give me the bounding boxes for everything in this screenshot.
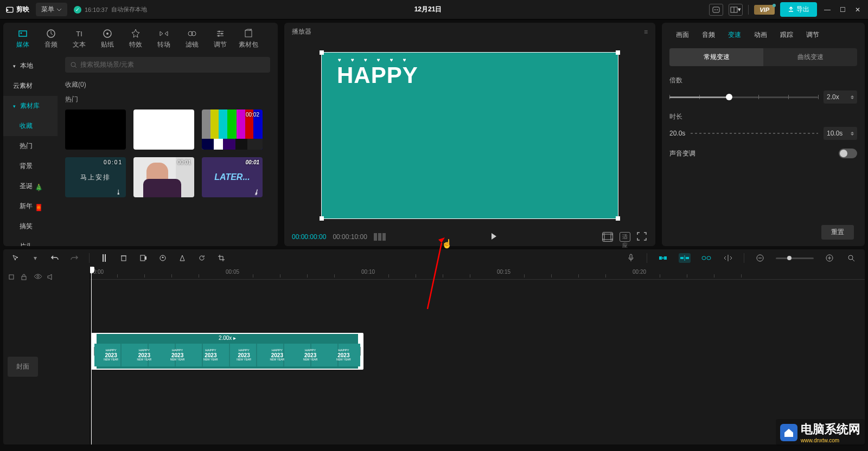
side-item-收藏[interactable]: 收藏	[3, 116, 58, 136]
magnet-track-icon[interactable]	[679, 253, 691, 263]
zoom-out-icon[interactable]	[754, 253, 766, 263]
crop-left-tool[interactable]	[138, 253, 148, 263]
preview-panel: 播放器 ≡ ♥♥♥♥♥♥ HAPPY 00:00:00:00 00:00:10:…	[284, 23, 655, 246]
svg-point-17	[219, 31, 220, 33]
svg-point-3	[717, 9, 718, 10]
prop-tab-调节[interactable]: 调节	[800, 27, 826, 43]
side-item-素材库[interactable]: 素材库	[3, 96, 58, 116]
redo-button[interactable]	[69, 253, 79, 263]
shortcut-icon[interactable]	[709, 4, 723, 16]
prop-tab-跟踪[interactable]: 跟踪	[774, 27, 800, 43]
fullscreen-icon[interactable]	[637, 232, 648, 242]
reverse-tool[interactable]	[158, 253, 168, 263]
thumb-item[interactable]: 00:01LATER...⭳	[202, 157, 263, 197]
timeline-ruler[interactable]: 00:0000:0500:1000:1500:20	[90, 267, 865, 280]
side-item-片头[interactable]: 片头	[3, 236, 58, 246]
maximize-button[interactable]: ☐	[838, 5, 847, 15]
thumb-item[interactable]	[65, 109, 126, 150]
crop-tool[interactable]	[216, 253, 226, 263]
cover-button[interactable]: 封面	[8, 357, 38, 377]
minimize-button[interactable]: —	[822, 5, 832, 15]
delete-tool[interactable]	[119, 253, 129, 263]
side-item-搞笑[interactable]: 搞笑	[3, 216, 58, 236]
side-item-本地[interactable]: 本地	[3, 56, 58, 76]
svg-rect-6	[19, 31, 27, 36]
layout-icon[interactable]: ▾	[729, 4, 743, 16]
preview-canvas[interactable]: ♥♥♥♥♥♥ HAPPY	[321, 52, 618, 219]
thumb-item[interactable]: 00:02	[202, 109, 263, 150]
magnet-main-icon[interactable]	[657, 253, 669, 263]
zoom-fit-icon[interactable]	[845, 253, 857, 263]
top-tab-贴纸[interactable]: 贴纸	[93, 26, 122, 51]
multiplier-value[interactable]: 2.0x	[824, 91, 857, 104]
mute-icon[interactable]	[47, 273, 54, 281]
eye-icon[interactable]	[34, 273, 41, 281]
side-item-新年[interactable]: 新年 🧧	[3, 196, 58, 216]
prop-tab-画面[interactable]: 画面	[669, 27, 695, 43]
export-button[interactable]: 导出	[780, 2, 817, 17]
prop-tab-变速[interactable]: 变速	[722, 27, 748, 43]
top-tab-媒体[interactable]: 媒体	[9, 26, 37, 51]
svg-rect-26	[122, 256, 126, 261]
zoom-slider[interactable]	[776, 257, 814, 259]
preview-text: HAPPY	[337, 62, 418, 88]
mic-icon[interactable]	[625, 253, 637, 263]
svg-point-7	[21, 33, 22, 34]
vip-badge[interactable]: VIP	[754, 5, 775, 15]
thumb-item[interactable]	[133, 109, 194, 150]
svg-rect-36	[686, 257, 689, 259]
top-tab-文本[interactable]: TI文本	[65, 26, 93, 51]
multiplier-slider[interactable]	[669, 96, 818, 98]
original-ratio-icon[interactable]	[602, 232, 613, 242]
close-button[interactable]: ✕	[853, 5, 863, 15]
link-icon[interactable]	[700, 253, 712, 263]
mirror-tool[interactable]	[177, 253, 187, 263]
svg-line-22	[75, 66, 76, 68]
side-item-背景[interactable]: 背景	[3, 156, 58, 176]
fit-button[interactable]: 适应	[620, 232, 630, 242]
svg-rect-32	[659, 256, 662, 260]
top-tab-素材包[interactable]: 素材包	[234, 26, 263, 51]
play-button[interactable]	[392, 233, 596, 241]
top-tab-调节[interactable]: 调节	[206, 26, 234, 51]
watermark: 电脑系统网www.dnxtw.com	[776, 419, 865, 446]
split-tool[interactable]	[99, 253, 109, 263]
search-input[interactable]: 搜索视频场景/元素	[65, 57, 270, 73]
view-mode-icon[interactable]	[374, 233, 386, 241]
lock-track-icon[interactable]	[8, 273, 15, 281]
duration-to[interactable]: 10.0s	[824, 127, 857, 140]
side-item-圣诞[interactable]: 圣诞 🎄	[3, 176, 58, 196]
svg-rect-1	[713, 7, 719, 12]
zoom-in-icon[interactable]	[824, 253, 835, 263]
svg-rect-20	[245, 30, 252, 37]
preview-menu-icon[interactable]: ≡	[644, 28, 648, 36]
side-nav: 本地云素材素材库收藏热门背景圣诞 🎄新年 🧧搞笑片头	[3, 51, 58, 246]
reset-button[interactable]: 重置	[821, 225, 854, 240]
select-dropdown[interactable]: ▾	[30, 253, 40, 263]
thumb-item[interactable]: 00:01	[133, 157, 194, 197]
thumb-item[interactable]: 00:01马上安排⭳	[65, 157, 126, 197]
preview-cut-icon[interactable]	[722, 253, 734, 263]
video-clip[interactable]: 2.00x ▸ HAPPY2023NEW YEARHAPPY2023NEW YE…	[91, 333, 363, 370]
top-tab-特效[interactable]: 特效	[122, 26, 150, 51]
side-item-云素材[interactable]: 云素材	[3, 76, 58, 96]
prop-tab-动画[interactable]: 动画	[748, 27, 774, 43]
undo-button[interactable]	[50, 253, 60, 263]
menu-button[interactable]: 菜单	[36, 3, 67, 16]
multiplier-label: 倍数	[669, 76, 857, 85]
properties-panel: 画面音频变速动画跟踪调节 常规变速曲线变速 倍数 2.0x 时长 20.0s 1…	[662, 23, 865, 246]
rotate-tool[interactable]	[197, 253, 207, 263]
top-tab-音频[interactable]: 音频	[37, 26, 65, 51]
media-panel: 媒体音频TI文本贴纸特效转场滤镜调节素材包 本地云素材素材库收藏热门背景圣诞 🎄…	[3, 23, 278, 246]
select-tool[interactable]	[11, 253, 21, 263]
prop-tab-音频[interactable]: 音频	[695, 27, 722, 43]
speed-tab-常规变速[interactable]: 常规变速	[669, 48, 763, 66]
pitch-toggle[interactable]	[839, 149, 857, 158]
svg-rect-28	[141, 255, 145, 261]
cursor-icon: ☝	[442, 239, 452, 249]
top-tab-转场[interactable]: 转场	[150, 26, 178, 51]
speed-tab-曲线变速[interactable]: 曲线变速	[763, 48, 857, 66]
side-item-热门[interactable]: 热门	[3, 136, 58, 156]
lock-icon[interactable]	[21, 273, 28, 281]
top-tab-滤镜[interactable]: 滤镜	[178, 26, 206, 51]
